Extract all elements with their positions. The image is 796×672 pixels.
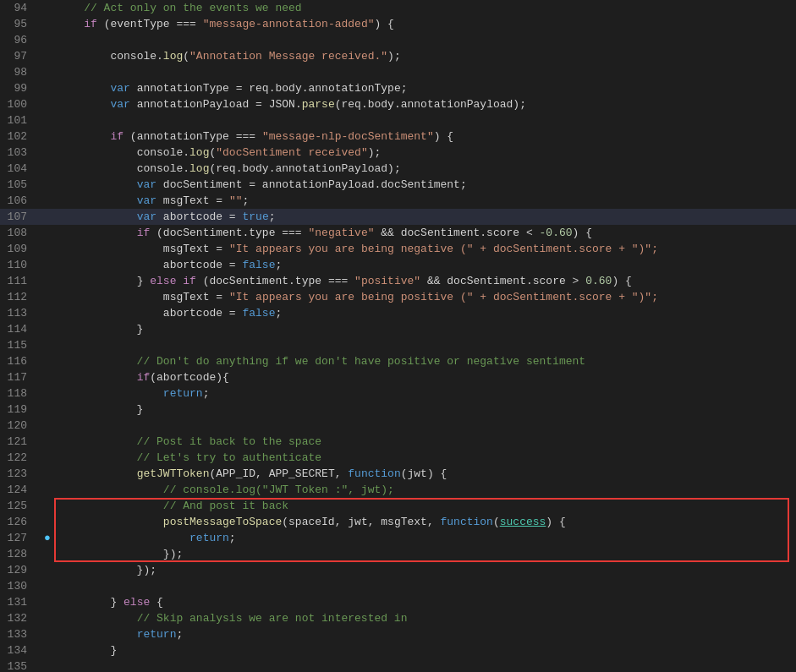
gutter-icon xyxy=(41,562,54,578)
line-content: } else { xyxy=(54,594,796,610)
code-line: 121 // Post it back to the space xyxy=(0,434,796,450)
gutter-icon xyxy=(41,546,54,562)
gutter-icon xyxy=(41,241,54,257)
code-line: 103 console.log("docSentiment received")… xyxy=(0,145,796,161)
gutter-icon xyxy=(41,450,54,466)
line-content: } xyxy=(54,402,796,418)
line-number: 99 xyxy=(0,80,41,96)
line-number: 125 xyxy=(0,498,41,514)
line-number: 131 xyxy=(0,594,41,610)
line-number: 115 xyxy=(0,337,41,353)
line-content xyxy=(54,64,796,80)
gutter-icon xyxy=(41,64,54,80)
line-number: 135 xyxy=(0,658,41,672)
code-line: 114 } xyxy=(0,321,796,337)
line-content: var annotationPayload = JSON.parse(req.b… xyxy=(54,96,796,112)
line-content xyxy=(54,658,796,672)
line-number: 110 xyxy=(0,257,41,273)
code-line: 118 return; xyxy=(0,385,796,402)
line-number: 114 xyxy=(0,321,41,337)
line-content: // Act only on the events we need xyxy=(54,0,796,16)
line-content: var abortcode = true; xyxy=(54,209,796,225)
code-line: 126 postMessageToSpace(spaceId, jwt, msg… xyxy=(0,514,796,530)
line-content: if (annotationType === "message-nlp-docS… xyxy=(54,128,796,145)
line-content: postMessageToSpace(spaceId, jwt, msgText… xyxy=(54,514,796,530)
line-content: abortcode = false; xyxy=(54,257,796,273)
code-line: 119 } xyxy=(0,402,796,418)
line-content: console.log(req.body.annotationPayload); xyxy=(54,161,796,177)
gutter-icon xyxy=(41,305,54,321)
line-content: console.log("Annotation Message received… xyxy=(54,48,796,64)
gutter-icon xyxy=(41,482,54,498)
line-content: return; xyxy=(54,626,796,642)
line-number: 106 xyxy=(0,193,41,209)
gutter-icon xyxy=(41,402,54,418)
line-content xyxy=(54,578,796,594)
gutter-icon xyxy=(41,385,54,402)
code-line: 124 // console.log("JWT Token :", jwt); xyxy=(0,482,796,498)
line-number: 127 xyxy=(0,530,41,546)
code-line: 133 return; xyxy=(0,626,796,642)
line-content: // Skip analysis we are not interested i… xyxy=(54,610,796,626)
line-number: 130 xyxy=(0,578,41,594)
line-content xyxy=(54,32,796,48)
line-number: 121 xyxy=(0,434,41,450)
code-lines: 94 // Act only on the events we need95 i… xyxy=(0,0,796,672)
line-number: 96 xyxy=(0,32,41,48)
gutter-icon xyxy=(41,0,54,16)
line-number: 111 xyxy=(0,273,41,289)
line-number: 104 xyxy=(0,161,41,177)
code-line: 96 xyxy=(0,32,796,48)
code-line: 109 msgText = "It appears you are being … xyxy=(0,241,796,257)
line-number: 112 xyxy=(0,289,41,305)
line-number: 129 xyxy=(0,562,41,578)
line-content: } xyxy=(54,321,796,337)
line-content: getJWTToken(APP_ID, APP_SECRET, function… xyxy=(54,466,796,482)
line-number: 132 xyxy=(0,610,41,626)
gutter-icon xyxy=(41,209,54,225)
line-content: console.log("docSentiment received"); xyxy=(54,145,796,161)
code-line: 112 msgText = "It appears you are being … xyxy=(0,289,796,305)
line-content: // Don't do anything if we don't have po… xyxy=(54,353,796,369)
line-number: 98 xyxy=(0,64,41,80)
gutter-icon xyxy=(41,369,54,385)
line-number: 120 xyxy=(0,418,41,434)
gutter-icon xyxy=(41,96,54,112)
code-line: 127● return; xyxy=(0,530,796,546)
line-number: 117 xyxy=(0,369,41,385)
line-content: var annotationType = req.body.annotation… xyxy=(54,80,796,96)
gutter-icon xyxy=(41,466,54,482)
line-content: if(abortcode){ xyxy=(54,369,796,385)
code-line: 135 xyxy=(0,658,796,672)
line-content xyxy=(54,112,796,128)
gutter-icon xyxy=(41,610,54,626)
line-content: }); xyxy=(54,546,796,562)
gutter-icon xyxy=(41,112,54,128)
code-line: 113 abortcode = false; xyxy=(0,305,796,321)
code-editor: 94 // Act only on the events we need95 i… xyxy=(0,0,796,672)
line-content: if (eventType === "message-annotation-ad… xyxy=(54,16,796,32)
code-line: 95 if (eventType === "message-annotation… xyxy=(0,16,796,32)
line-number: 103 xyxy=(0,145,41,161)
line-content xyxy=(54,418,796,434)
line-number: 95 xyxy=(0,16,41,32)
line-content: } xyxy=(54,642,796,658)
line-content: msgText = "It appears you are being posi… xyxy=(54,289,796,305)
line-content: // Let's try to authenticate xyxy=(54,450,796,466)
line-number: 101 xyxy=(0,112,41,128)
code-line: 122 // Let's try to authenticate xyxy=(0,450,796,466)
code-line: 99 var annotationType = req.body.annotat… xyxy=(0,80,796,96)
gutter-icon xyxy=(41,145,54,161)
code-line: 102 if (annotationType === "message-nlp-… xyxy=(0,128,796,145)
gutter-icon xyxy=(41,353,54,369)
code-line: 132 // Skip analysis we are not interest… xyxy=(0,610,796,626)
gutter-icon xyxy=(41,16,54,32)
code-line: 125 // And post it back xyxy=(0,498,796,514)
code-line: 108 if (docSentiment.type === "negative"… xyxy=(0,225,796,241)
line-number: 123 xyxy=(0,466,41,482)
code-line: 116 // Don't do anything if we don't hav… xyxy=(0,353,796,369)
code-line: 101 xyxy=(0,112,796,128)
gutter-icon xyxy=(41,626,54,642)
gutter-icon xyxy=(41,578,54,594)
gutter-icon xyxy=(41,80,54,96)
